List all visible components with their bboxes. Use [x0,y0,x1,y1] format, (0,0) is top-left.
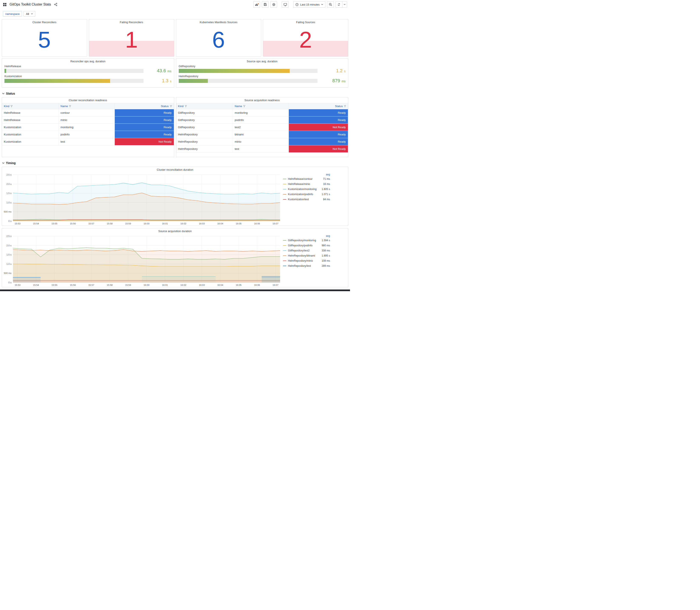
legend-series-marker [283,261,286,261]
filter-icon[interactable] [69,105,71,107]
svg-text:15:56: 15:56 [70,284,76,286]
cell-name: test2 [233,124,289,131]
column-header-name[interactable]: Name [59,103,115,109]
svg-text:0 s: 0 s [8,220,12,222]
chevron-down-icon [321,4,323,5]
readiness-table: KindNameStatusGitRepositorymonitoringRea… [176,103,348,152]
gauge-panel-reconciler-ops-avg-duration: Reconciler ops avg. durationHelmRelease4… [2,58,174,87]
column-header-kind[interactable]: Kind [2,103,59,109]
refresh-icon [337,3,341,6]
table-row: GitRepositorymonitoringReady [176,109,348,116]
cell-kind: HelmRepository [176,145,233,152]
stat-panel-failing-sources: Failing Sources2 [263,19,348,57]
legend-series-marker [283,245,286,246]
time-range-picker[interactable]: Last 15 minutes [293,1,325,7]
legend-item: Kustomization/monitoring1.605 s [283,187,330,192]
column-header-name[interactable]: Name [233,103,289,109]
stat-value: 1 [89,28,174,51]
svg-text:15:57: 15:57 [88,222,94,225]
status-badge: Ready [115,109,174,116]
legend-series-avg: 1.695 s [322,254,330,257]
filter-icon[interactable] [170,105,172,107]
legend-item: HelmRelease/contour71 ms [283,176,330,181]
save-dashboard-button[interactable] [262,1,268,7]
gauge-value: 1.2 s [320,68,345,73]
legend-item: Kustomization/podinfo1.071 s [283,192,330,197]
cell-name: test [233,145,289,152]
svg-text:0 s: 0 s [8,281,12,284]
legend-series-avg: 289 ms [322,264,330,267]
dashboard-grid-icon[interactable] [3,3,6,6]
legend-series-name[interactable]: Kustomization/test [288,198,321,201]
gauge-label: Kustomization [4,75,172,78]
cell-name: minio [59,116,115,124]
dashboard-settings-button[interactable] [270,1,277,7]
column-header-status[interactable]: Status [289,103,348,109]
column-header-kind[interactable]: Kind [176,103,233,109]
legend-series-name[interactable]: HelmRelease/minio [288,182,321,186]
table-row: HelmReleasecontourReady [2,109,174,116]
cell-name: minio [233,138,289,145]
legend-series-name[interactable]: HelmRelease/contour [288,177,321,180]
tv-cycle-view-button[interactable] [282,1,289,7]
legend-series-name[interactable]: Kustomization/podinfo [288,193,320,196]
section-timing[interactable]: Timing [2,159,348,167]
panel-title: Kubernetes Manifests Sources [176,19,261,25]
legend-item: Kustomization/test84 ms [283,197,330,202]
filter-icon[interactable] [243,105,245,107]
status-badge: Ready [289,116,348,124]
panel-title: Failing Sources [263,19,348,25]
share-icon[interactable] [54,3,58,6]
zoom-out-button[interactable] [327,1,334,7]
variable-namespace-select[interactable]: All [23,11,35,17]
legend-series-avg: 338 ms [322,249,330,252]
svg-text:1.5 s: 1.5 s [6,192,12,194]
svg-text:16:07: 16:07 [273,284,279,286]
legend-item: HelmRelease/minio16 ms [283,181,330,187]
cell-name: test [59,138,115,145]
stats-row: Cluster Reconcilers5Failing Reconcilers1… [2,19,348,57]
legend-series-name[interactable]: Kustomization/monitoring [288,188,320,191]
legend-avg-header: avg [283,173,330,176]
svg-text:16:07: 16:07 [273,222,279,225]
legend-item: HelmRepository/minio108 ms [283,258,330,263]
chevron-down-icon [2,93,4,94]
panel-title: Source acquisition duration [2,228,348,234]
filter-icon[interactable] [185,105,187,107]
status-badge: Ready [289,131,348,138]
table-header-row: KindNameStatus [2,103,174,109]
legend-series-name[interactable]: HelmRepository/bitnami [288,254,320,257]
legend-series-name[interactable]: GitRepository/monitoring [288,239,320,242]
cell-name: podinfo [233,116,289,124]
refresh-button[interactable] [336,1,342,7]
filter-icon[interactable] [11,105,13,107]
legend-series-name[interactable]: GitRepository/test2 [288,249,320,252]
legend-series-marker [283,199,286,199]
chart-legend: avgGitRepository/monitoring1.594 sGitRep… [282,234,348,287]
legend-item: HelmRepository/bitnami1.695 s [283,253,330,258]
filter-icon[interactable] [344,105,346,107]
cell-kind: HelmRelease [2,116,59,124]
header-right: Last 15 minutes [253,1,347,7]
gauge-label: HelmRepository [179,75,346,78]
add-panel-button[interactable] [253,1,260,7]
gauges-row: Reconciler ops avg. durationHelmRelease4… [2,58,348,87]
svg-text:16:02: 16:02 [180,222,186,225]
legend-series-name[interactable]: GitRepository/podinfo [288,244,320,247]
cell-kind: GitRepository [176,116,233,124]
svg-text:16:01: 16:01 [162,284,168,286]
column-header-status[interactable]: Status [115,103,174,109]
cell-status: Ready [289,138,348,145]
refresh-interval-dropdown[interactable] [342,1,347,7]
stat-panel-cluster-reconcilers: Cluster Reconcilers5 [2,19,87,57]
section-status[interactable]: Status [2,89,348,97]
cell-kind: GitRepository [176,124,233,131]
svg-text:16:00: 16:00 [144,222,150,225]
legend-item: GitRepository/test2338 ms [283,248,330,253]
cell-kind: HelmRepository [176,131,233,138]
legend-series-name[interactable]: HelmRepository/minio [288,259,320,262]
legend-series-name[interactable]: HelmRepository/test [288,264,320,267]
stat-value: 5 [2,28,87,51]
cell-kind: Kustomization [2,138,59,145]
legend-series-marker [283,179,286,179]
